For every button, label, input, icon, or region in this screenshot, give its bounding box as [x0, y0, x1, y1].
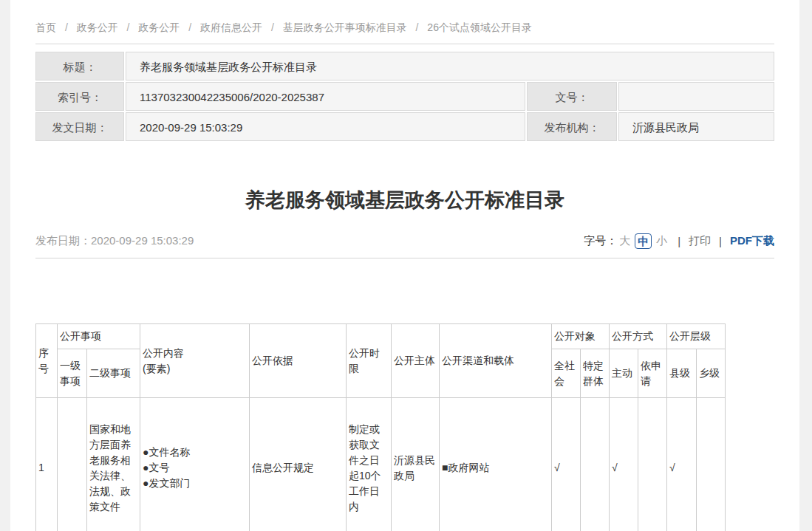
page-title: 养老服务领域基层政务公开标准目录 [35, 188, 774, 212]
meta-title-label: 标题： [35, 52, 124, 80]
header-township: 乡级 [697, 349, 726, 398]
print-button[interactable]: 打印 [689, 234, 711, 248]
table-row: 1 国家和地方层面养老服务相关法律、法规、政策文件 ●文件名称 ●文号 ●发文部… [36, 398, 726, 531]
meta-title-value: 养老服务领域基层政务公开标准目录 [126, 52, 774, 80]
publish-date-label: 发布日期： [35, 234, 91, 247]
cell-specific-group [581, 398, 610, 531]
breadcrumb: 首页 / 政务公开 / 政务公开 / 政府信息公开 / 基层政务公开事项标准目录… [35, 0, 774, 35]
header-basis: 公开依据 [250, 324, 347, 398]
breadcrumb-separator: / [271, 21, 274, 33]
meta-issuedate-label: 发文日期： [35, 112, 124, 141]
breadcrumb-divider [35, 44, 774, 44]
header-county: 县级 [667, 349, 697, 398]
header-content: 公开内容 (要素) [140, 324, 250, 398]
header-subject: 公开主体 [392, 324, 440, 398]
breadcrumb-home[interactable]: 首页 [35, 21, 56, 33]
article-toolbar: 发布日期：2020-09-29 15:03:29 字号： 大 中 小 | 打印 … [35, 233, 774, 249]
font-size-large-button[interactable]: 大 [619, 234, 630, 248]
cell-channels: ■政府网站 [440, 398, 552, 531]
header-on-request: 依申请 [638, 349, 667, 398]
cell-on-request [638, 398, 667, 531]
breadcrumb-separator: / [127, 21, 130, 33]
breadcrumb-separator: / [416, 21, 419, 33]
meta-docnumber-value [618, 82, 774, 111]
header-proactive: 主动 [610, 349, 638, 398]
font-print-tools: 字号： 大 中 小 | 打印 | PDF下载 [584, 233, 774, 249]
cell-proactive: √ [610, 398, 638, 531]
breadcrumb-standard-catalog[interactable]: 基层政务公开事项标准目录 [283, 21, 407, 33]
header-serial: 序号 [36, 324, 58, 398]
cell-subject: 沂源县民政局 [392, 398, 440, 531]
cell-time-limit: 制定或获取文件之日起10个工作日内 [347, 398, 392, 531]
header-matters: 公开事项 [58, 324, 140, 349]
publish-date-value: 2020-09-29 15:03:29 [91, 234, 194, 247]
header-channels: 公开渠道和载体 [440, 324, 552, 398]
breadcrumb-pilot-catalog[interactable]: 26个试点领域公开目录 [427, 21, 532, 33]
content-page: 首页 / 政务公开 / 政务公开 / 政府信息公开 / 基层政务公开事项标准目录… [10, 0, 799, 531]
meta-agency-value: 沂源县民政局 [618, 112, 774, 141]
header-method: 公开方式 [610, 324, 667, 349]
breadcrumb-separator: / [65, 21, 68, 33]
font-size-label: 字号： [584, 234, 617, 248]
breadcrumb-separator: / [188, 21, 191, 33]
cell-level2: 国家和地方层面养老服务相关法律、法规、政策文件 [87, 398, 140, 531]
breadcrumb-zhengwu-2[interactable]: 政务公开 [138, 21, 180, 33]
meta-docnumber-label: 文号： [527, 82, 617, 111]
breadcrumb-gov-info[interactable]: 政府信息公开 [200, 21, 262, 33]
font-size-small-button[interactable]: 小 [656, 234, 667, 248]
toolbar-divider: | [678, 235, 680, 247]
header-audience: 公开对象 [552, 324, 610, 349]
catalog-table-section: 序号 公开事项 公开内容 (要素) 公开依据 公开时限 公开主体 公开渠道和载体… [10, 323, 799, 531]
header-level: 公开层级 [667, 324, 726, 349]
pdf-download-link[interactable]: PDF下载 [730, 234, 774, 248]
meta-index-label: 索引号： [35, 82, 124, 111]
catalog-table: 序号 公开事项 公开内容 (要素) 公开依据 公开时限 公开主体 公开渠道和载体… [35, 323, 726, 531]
cell-serial: 1 [36, 398, 58, 531]
header-specific-group: 特定群体 [581, 349, 610, 398]
meta-issuedate-value: 2020-09-29 15:03:29 [126, 112, 525, 141]
meta-index-value: 113703230042235006/2020-2025387 [126, 82, 525, 111]
cell-township [697, 398, 726, 531]
header-time-limit: 公开时限 [347, 324, 392, 398]
cell-all-public: √ [552, 398, 581, 531]
cell-content: ●文件名称 ●文号 ●发文部门 [140, 398, 250, 531]
article-divider [35, 258, 774, 258]
cell-basis: 信息公开规定 [250, 398, 347, 531]
toolbar-divider: | [719, 235, 722, 247]
cell-level1 [58, 398, 87, 531]
font-size-medium-button[interactable]: 中 [635, 233, 652, 249]
header-all-public: 全社会 [552, 349, 581, 398]
publish-date: 发布日期：2020-09-29 15:03:29 [35, 234, 194, 248]
meta-agency-label: 发布机构： [527, 112, 617, 141]
cell-county: √ [667, 398, 697, 531]
document-meta-table: 标题： 养老服务领域基层政务公开标准目录 索引号： 11370323004223… [35, 52, 774, 141]
header-level1: 一级事项 [58, 349, 87, 398]
header-level2: 二级事项 [87, 349, 140, 398]
breadcrumb-zhengwu-1[interactable]: 政务公开 [77, 21, 118, 33]
